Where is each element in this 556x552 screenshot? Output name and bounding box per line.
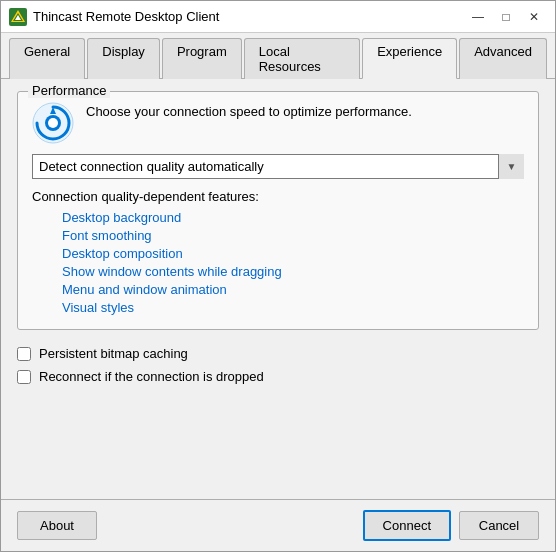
tab-program[interactable]: Program xyxy=(162,38,242,79)
performance-group-title: Performance xyxy=(28,83,110,98)
reconnect-row[interactable]: Reconnect if the connection is dropped xyxy=(17,369,539,384)
content-spacer xyxy=(17,400,539,487)
performance-group: Performance Choose your connection speed… xyxy=(17,91,539,330)
about-button[interactable]: About xyxy=(17,511,97,540)
minimize-button[interactable]: — xyxy=(465,7,491,27)
tab-local-resources[interactable]: Local Resources xyxy=(244,38,360,79)
main-content: Performance Choose your connection speed… xyxy=(1,79,555,499)
feature-font-smoothing: Font smoothing xyxy=(62,228,524,243)
feature-show-window-contents: Show window contents while dragging xyxy=(62,264,524,279)
bottom-bar: About Connect Cancel xyxy=(1,499,555,551)
connection-speed-wrapper[interactable]: Detect connection quality automatically … xyxy=(32,154,524,179)
features-list: Desktop background Font smoothing Deskto… xyxy=(32,210,524,315)
close-button[interactable]: ✕ xyxy=(521,7,547,27)
reconnect-label: Reconnect if the connection is dropped xyxy=(39,369,264,384)
performance-icon xyxy=(32,102,74,144)
title-bar: Thincast Remote Desktop Client — □ ✕ xyxy=(1,1,555,33)
connection-speed-dropdown[interactable]: Detect connection quality automatically … xyxy=(32,154,524,179)
connect-button[interactable]: Connect xyxy=(363,510,451,541)
tab-advanced[interactable]: Advanced xyxy=(459,38,547,79)
feature-visual-styles: Visual styles xyxy=(62,300,524,315)
feature-desktop-composition: Desktop composition xyxy=(62,246,524,261)
tab-experience[interactable]: Experience xyxy=(362,38,457,79)
window-title: Thincast Remote Desktop Client xyxy=(33,9,465,24)
features-label: Connection quality-dependent features: xyxy=(32,189,524,204)
window-controls: — □ ✕ xyxy=(465,7,547,27)
main-window: Thincast Remote Desktop Client — □ ✕ Gen… xyxy=(0,0,556,552)
persistent-bitmap-caching-checkbox[interactable] xyxy=(17,347,31,361)
app-icon xyxy=(9,8,27,26)
tab-general[interactable]: General xyxy=(9,38,85,79)
tab-display[interactable]: Display xyxy=(87,38,160,79)
persistent-bitmap-caching-label: Persistent bitmap caching xyxy=(39,346,188,361)
feature-menu-animation: Menu and window animation xyxy=(62,282,524,297)
feature-desktop-background: Desktop background xyxy=(62,210,524,225)
persistent-bitmap-caching-row[interactable]: Persistent bitmap caching xyxy=(17,346,539,361)
reconnect-checkbox[interactable] xyxy=(17,370,31,384)
maximize-button[interactable]: □ xyxy=(493,7,519,27)
performance-header: Choose your connection speed to optimize… xyxy=(32,102,524,144)
cancel-button[interactable]: Cancel xyxy=(459,511,539,540)
performance-description: Choose your connection speed to optimize… xyxy=(86,102,524,119)
options-checkboxes: Persistent bitmap caching Reconnect if t… xyxy=(17,342,539,388)
svg-point-6 xyxy=(48,118,58,128)
tab-bar: General Display Program Local Resources … xyxy=(1,33,555,79)
